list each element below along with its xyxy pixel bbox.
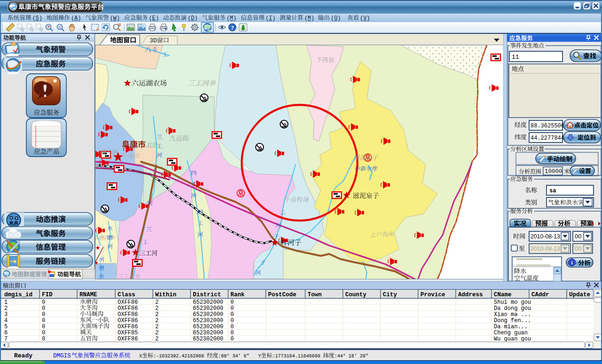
svg-text:88.3625506:: 88.3625506:: [531, 123, 568, 129]
svg-text:Ready: Ready: [14, 352, 32, 359]
svg-text:652302000: 652302000: [193, 311, 223, 318]
svg-text:11: 11: [512, 54, 519, 61]
svg-text::44° 18' 20": :44° 18' 20": [334, 354, 368, 359]
svg-text:Dong fen...: Dong fen...: [494, 317, 531, 324]
svg-text:OXFF86: OXFF86: [118, 324, 138, 330]
svg-text:2: 2: [155, 330, 158, 336]
svg-text:0: 0: [42, 299, 45, 306]
svg-text:Xiao ma ...: Xiao ma ...: [494, 311, 531, 318]
svg-text:OXFF86: OXFF86: [118, 299, 138, 306]
svg-text:Da mian...: Da mian...: [494, 324, 528, 330]
svg-text:1: 1: [4, 299, 8, 306]
svg-text:652302000: 652302000: [193, 336, 223, 342]
svg-text:CName: CName: [494, 292, 512, 298]
svg-text:0: 0: [230, 299, 234, 306]
svg-text:?: ?: [231, 24, 234, 31]
svg-text:652302000: 652302000: [193, 299, 223, 306]
svg-text:2: 2: [155, 305, 158, 312]
svg-text:3: 3: [4, 311, 8, 318]
svg-text:Town: Town: [308, 292, 322, 298]
svg-text:6: 6: [4, 330, 8, 336]
svg-text:7: 7: [4, 336, 8, 342]
svg-text:2: 2: [155, 317, 158, 324]
svg-text:City: City: [383, 292, 397, 298]
svg-text:OXFF86: OXFF86: [118, 336, 138, 342]
svg-text:DMGIS: DMGIS: [53, 353, 71, 359]
svg-text:Address: Address: [458, 292, 483, 298]
svg-text:652302000: 652302000: [193, 324, 223, 330]
svg-text:CAddr: CAddr: [531, 292, 549, 298]
svg-text::1773164.11646699: :1773164.11646699: [272, 354, 323, 359]
svg-text:Provice: Provice: [420, 292, 445, 298]
svg-text:0: 0: [42, 324, 45, 330]
svg-text:RNAME: RNAME: [79, 292, 97, 298]
svg-text:X: X: [139, 354, 142, 359]
svg-text:0: 0: [230, 336, 234, 342]
svg-text:OXFF85: OXFF85: [118, 330, 138, 336]
svg-text:Wu guan gou: Wu guan gou: [494, 336, 531, 342]
svg-text:0: 0: [42, 305, 45, 312]
svg-text:10000: 10000: [545, 168, 562, 175]
svg-text:2: 2: [155, 324, 158, 330]
svg-text:Y: Y: [258, 354, 261, 359]
svg-text:652302000: 652302000: [193, 305, 223, 312]
svg-text:2010-08-13: 2010-08-13: [531, 233, 560, 240]
svg-text::88° 34' 6": :88° 34' 6": [218, 354, 249, 359]
svg-text:0: 0: [230, 305, 234, 312]
svg-text:3D: 3D: [150, 37, 157, 44]
svg-text:Within: Within: [155, 292, 176, 298]
svg-text:0: 0: [230, 317, 234, 324]
svg-text:0: 0: [42, 330, 45, 336]
svg-text:sa: sa: [549, 188, 556, 194]
svg-text:652302000: 652302000: [193, 317, 223, 324]
svg-text:00: 00: [575, 233, 581, 240]
svg-text:Class: Class: [118, 292, 135, 298]
svg-text:2: 2: [4, 305, 8, 312]
svg-text:PostCode: PostCode: [268, 292, 296, 298]
svg-text:Da dong gou: Da dong gou: [494, 305, 531, 312]
svg-text:Rank: Rank: [230, 292, 245, 298]
svg-text:Cheng guan: Cheng guan: [494, 330, 528, 336]
svg-text:Update: Update: [569, 292, 590, 298]
svg-text:2: 2: [155, 311, 158, 318]
svg-text:−: −: [58, 24, 61, 29]
svg-text:652302000: 652302000: [193, 330, 223, 336]
svg-text:dmgis_id: dmgis_id: [4, 292, 32, 298]
svg-text:County: County: [345, 292, 367, 298]
svg-text:44.2277844: 44.2277844: [531, 135, 564, 142]
svg-text:2: 2: [155, 299, 158, 306]
svg-text:4: 4: [4, 317, 8, 324]
svg-text:5: 5: [4, 324, 8, 330]
svg-text:i: i: [571, 260, 572, 265]
svg-text:OXFF86: OXFF86: [118, 305, 138, 312]
svg-text:Shui mo gou: Shui mo gou: [494, 299, 531, 306]
svg-text:0: 0: [42, 317, 45, 324]
svg-text:0: 0: [230, 311, 234, 318]
svg-text:FID: FID: [42, 292, 53, 298]
svg-text:2: 2: [155, 336, 158, 342]
svg-text:OXFF86: OXFF86: [118, 317, 138, 324]
svg-text:0: 0: [42, 336, 45, 342]
svg-text:+: +: [47, 24, 49, 29]
svg-text:0: 0: [42, 311, 45, 318]
svg-text:OXFF86: OXFF86: [118, 311, 138, 318]
svg-text:00: 00: [575, 245, 581, 252]
svg-text:District: District: [193, 292, 221, 298]
svg-text:0: 0: [230, 330, 234, 336]
svg-text::-1632392.42162066: :-1632392.42162066: [153, 354, 207, 359]
svg-text:2010-08-13: 2010-08-13: [531, 245, 560, 252]
svg-text:0: 0: [230, 324, 234, 330]
